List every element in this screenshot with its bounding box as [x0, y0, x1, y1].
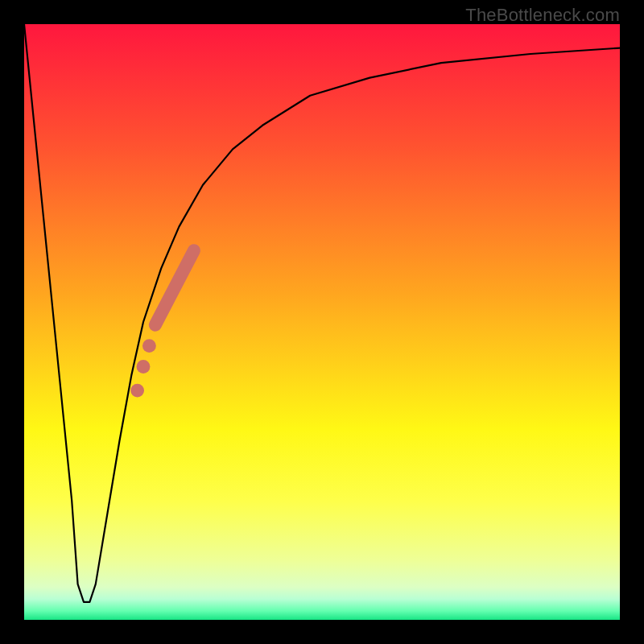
highlight-dot	[142, 339, 156, 353]
highlight-markers	[130, 250, 194, 397]
curve-layer	[24, 24, 620, 620]
watermark-text: TheBottleneck.com	[465, 5, 620, 26]
highlight-segment	[155, 250, 194, 325]
chart-frame: TheBottleneck.com	[0, 0, 644, 644]
highlight-dot	[130, 384, 144, 398]
highlight-dot	[137, 360, 151, 374]
plot-area	[24, 24, 620, 620]
bottleneck-curve	[24, 24, 620, 602]
